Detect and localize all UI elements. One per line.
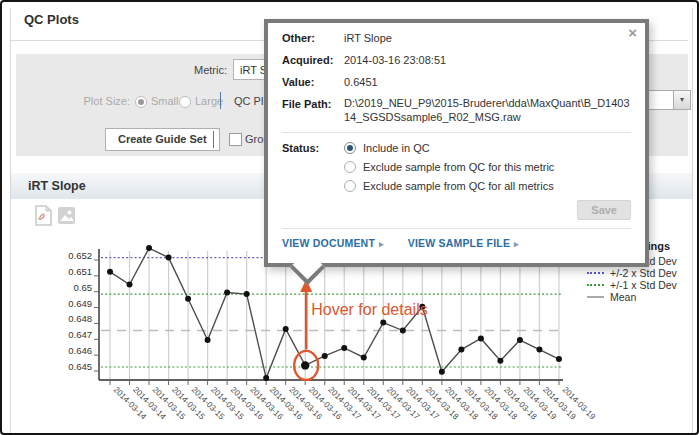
popup-field-value: Value: 0.6451	[282, 75, 631, 89]
data-point[interactable]	[341, 345, 347, 351]
legend-entry-label: +/-1 x Std Dev	[610, 279, 677, 291]
hover-details-popup: × Other: iRT Slope Acquired: 2014-03-16 …	[264, 19, 649, 267]
radio-selected-icon[interactable]	[344, 142, 356, 154]
popup-divider	[282, 132, 631, 133]
data-point[interactable]	[361, 354, 367, 360]
y-tick-label: 0.648	[68, 313, 92, 324]
data-point[interactable]	[185, 296, 191, 302]
data-point[interactable]	[478, 335, 484, 341]
popup-divider-2	[282, 228, 631, 229]
link-arrow-icon: ▸	[379, 239, 384, 249]
data-point[interactable]	[439, 369, 445, 375]
data-point[interactable]	[166, 255, 172, 261]
field-value: D:\2019_NEU_P9\2015-Bruderer\dda\MaxQuan…	[344, 97, 631, 124]
data-point[interactable]	[322, 353, 328, 359]
view-document-link[interactable]: VIEW DOCUMENT▸	[282, 237, 384, 249]
legend-line-swatch	[587, 272, 604, 274]
data-point[interactable]	[205, 337, 211, 343]
save-button[interactable]: Save	[577, 200, 631, 220]
field-label: Other:	[282, 31, 340, 45]
radio-icon[interactable]	[344, 180, 356, 192]
data-point[interactable]	[400, 328, 406, 334]
data-point[interactable]	[146, 245, 152, 251]
data-point[interactable]	[556, 356, 562, 362]
radio-icon[interactable]	[344, 161, 356, 173]
y-tick-label: 0.645	[68, 361, 92, 372]
data-point[interactable]	[263, 375, 269, 381]
field-value: 0.6451	[344, 75, 378, 89]
link-arrow-icon: ▸	[514, 239, 519, 249]
data-point[interactable]	[380, 320, 386, 326]
popup-field-file-path: File Path: D:\2019_NEU_P9\2015-Bruderer\…	[282, 97, 631, 124]
legend-entry: +/-2 x Std Dev	[587, 267, 677, 279]
y-tick-label: 0.651	[68, 266, 92, 277]
data-point[interactable]	[517, 337, 523, 343]
status-option-exclude-all[interactable]: Exclude sample from QC for all metrics	[344, 179, 554, 193]
legend-entry: Mean	[587, 291, 677, 303]
popup-status-section: Status: Include in QC Exclude sample fro…	[282, 141, 631, 198]
popup-field-other: Other: iRT Slope	[282, 31, 631, 45]
status-option-label: Exclude sample from QC for all metrics	[363, 180, 554, 192]
popup-field-acquired: Acquired: 2014-03-16 23:08:51	[282, 53, 631, 67]
data-point[interactable]	[283, 326, 289, 332]
legend-entry-label: Mean	[610, 291, 636, 303]
legend-line-swatch	[587, 296, 604, 298]
data-point[interactable]	[244, 291, 250, 297]
highlighted-data-point[interactable]	[301, 361, 309, 369]
legend-line-swatch	[587, 284, 604, 286]
status-option-label: Include in QC	[363, 142, 430, 154]
status-label: Status:	[282, 141, 340, 198]
data-point[interactable]	[458, 347, 464, 353]
y-tick-label: 0.647	[68, 329, 92, 340]
field-value: 2014-03-16 23:08:51	[344, 53, 446, 67]
data-point[interactable]	[127, 282, 133, 288]
chevron-down-icon[interactable]: ▾	[673, 90, 691, 110]
data-point[interactable]	[107, 269, 113, 275]
field-label: File Path:	[282, 97, 340, 124]
data-point[interactable]	[224, 289, 230, 295]
legend-entry: +/-1 x Std Dev	[587, 279, 677, 291]
qc-plot-type-dropdown[interactable]	[648, 90, 674, 110]
status-option-exclude-metric[interactable]: Exclude sample from QC for this metric	[344, 160, 554, 174]
y-tick-label: 0.652	[68, 250, 92, 261]
annotation-text: Hover for details	[311, 301, 428, 318]
y-tick-label: 0.65	[74, 282, 93, 293]
view-sample-file-link[interactable]: VIEW SAMPLE FILE▸	[408, 237, 519, 249]
y-tick-label: 0.646	[68, 345, 92, 356]
status-option-include[interactable]: Include in QC	[344, 141, 554, 155]
status-option-label: Exclude sample from QC for this metric	[363, 161, 554, 173]
y-tick-label: 0.649	[68, 298, 92, 309]
data-point[interactable]	[497, 358, 503, 364]
field-label: Value:	[282, 75, 340, 89]
qc-plots-window: QC Plots Metric: iRT Slope Plot Size: Sm…	[0, 0, 699, 435]
field-value: iRT Slope	[344, 31, 392, 45]
data-point[interactable]	[536, 347, 542, 353]
field-label: Acquired:	[282, 53, 340, 67]
legend-entry-label: +/-2 x Std Dev	[610, 267, 677, 279]
